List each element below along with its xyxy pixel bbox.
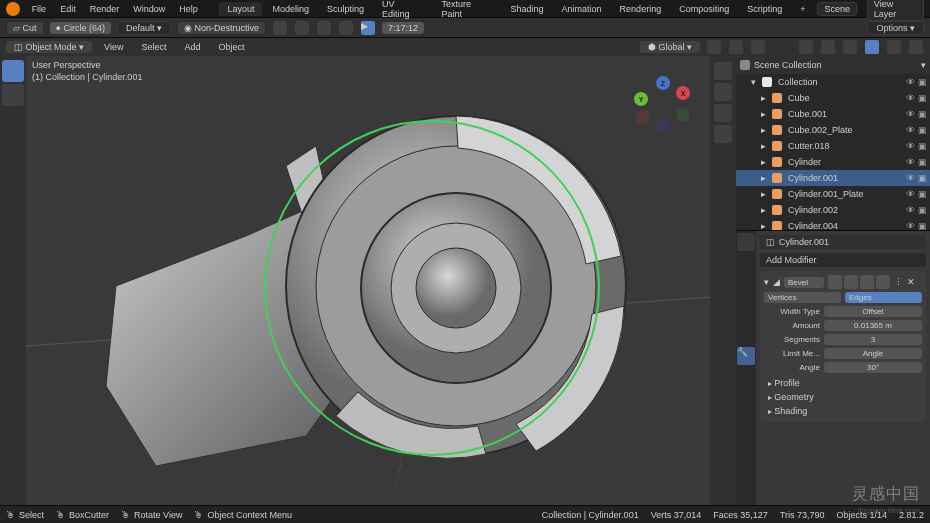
restrict-icon[interactable]: ▣ bbox=[918, 173, 928, 183]
eye-icon[interactable]: 👁 bbox=[906, 173, 916, 183]
eye-icon[interactable]: 👁 bbox=[906, 205, 916, 215]
bevel-amount[interactable]: 0.01365 m bbox=[824, 320, 922, 331]
eye-icon[interactable]: 👁 bbox=[906, 157, 916, 167]
tab-physics-icon[interactable] bbox=[737, 385, 755, 403]
scene-selector[interactable]: Scene bbox=[817, 2, 857, 16]
mod-delete-icon[interactable]: ✕ bbox=[907, 277, 915, 287]
tab-object-icon[interactable] bbox=[737, 328, 755, 346]
tool-circle[interactable]: ● Circle (64) bbox=[50, 22, 111, 34]
overlay-icon[interactable] bbox=[799, 40, 813, 54]
outliner-item[interactable]: ▸Cutter.018👁▣ bbox=[736, 138, 930, 154]
eye-icon[interactable]: 👁 bbox=[906, 141, 916, 151]
restrict-icon[interactable]: ▣ bbox=[918, 205, 928, 215]
mod-apply-icon[interactable] bbox=[828, 275, 842, 289]
menu-view[interactable]: View bbox=[98, 40, 129, 54]
tool-cursor-icon[interactable] bbox=[2, 84, 24, 106]
tool-cut[interactable]: ▱ Cut bbox=[6, 21, 44, 35]
tool-ico-5[interactable]: ▶ bbox=[361, 21, 375, 35]
mod-display-icon[interactable] bbox=[860, 275, 874, 289]
zoom-icon[interactable] bbox=[714, 62, 732, 80]
eye-icon[interactable]: 👁 bbox=[906, 189, 916, 199]
mod-name[interactable]: Bevel bbox=[784, 277, 824, 288]
workspace-layout[interactable]: Layout bbox=[219, 2, 262, 16]
outliner-item[interactable]: ▸Cylinder.001👁▣ bbox=[736, 170, 930, 186]
shading-solid-icon[interactable] bbox=[865, 40, 879, 54]
sub-shading[interactable]: ▸ Shading bbox=[764, 404, 922, 418]
workspace-anim[interactable]: Animation bbox=[554, 2, 610, 16]
snap-icon[interactable] bbox=[729, 40, 743, 54]
tab-output-icon[interactable] bbox=[737, 252, 755, 270]
bevel-vertices[interactable]: Vertices bbox=[764, 292, 841, 303]
eye-icon[interactable]: 👁 bbox=[906, 93, 916, 103]
menu-file[interactable]: File bbox=[26, 2, 53, 16]
restrict-icon[interactable]: ▣ bbox=[918, 157, 928, 167]
viewlayer-selector[interactable]: View Layer bbox=[867, 0, 924, 21]
disclosure-icon[interactable]: ▸ bbox=[761, 189, 769, 199]
tool-options[interactable]: Options ▾ bbox=[867, 21, 924, 35]
eye-icon[interactable]: 👁 bbox=[906, 125, 916, 135]
disclosure-icon[interactable]: ▸ bbox=[761, 141, 769, 151]
sub-geometry[interactable]: ▸ Geometry bbox=[764, 390, 922, 404]
workspace-script[interactable]: Scripting bbox=[739, 2, 790, 16]
mod-edit-icon[interactable] bbox=[844, 275, 858, 289]
disclosure-icon[interactable]: ▸ bbox=[761, 205, 769, 215]
workspace-add[interactable]: + bbox=[792, 2, 813, 16]
tab-world-icon[interactable] bbox=[737, 309, 755, 327]
persp-icon[interactable] bbox=[714, 125, 732, 143]
gizmo-neg-y[interactable] bbox=[676, 108, 690, 122]
tab-material-icon[interactable] bbox=[737, 442, 755, 460]
menu-render[interactable]: Render bbox=[84, 2, 126, 16]
workspace-shading[interactable]: Shading bbox=[503, 2, 552, 16]
restrict-icon[interactable]: ▣ bbox=[918, 125, 928, 135]
workspace-comp[interactable]: Compositing bbox=[671, 2, 737, 16]
restrict-icon[interactable]: ▣ bbox=[918, 77, 928, 87]
tool-ico-4[interactable] bbox=[339, 21, 353, 35]
restrict-icon[interactable]: ▣ bbox=[918, 109, 928, 119]
outliner-item[interactable]: ▸Cylinder.004👁▣ bbox=[736, 218, 930, 231]
workspace-sculpting[interactable]: Sculpting bbox=[319, 2, 372, 16]
tool-ico-3[interactable] bbox=[317, 21, 331, 35]
shading-wire-icon[interactable] bbox=[843, 40, 857, 54]
tool-ico-1[interactable] bbox=[273, 21, 287, 35]
pivot-icon[interactable] bbox=[707, 40, 721, 54]
tool-ico-2[interactable] bbox=[295, 21, 309, 35]
restrict-icon[interactable]: ▣ bbox=[918, 189, 928, 199]
gizmo-z[interactable]: Z bbox=[656, 76, 670, 90]
gizmo-x[interactable]: X bbox=[676, 86, 690, 100]
tab-particle-icon[interactable] bbox=[737, 366, 755, 384]
tab-mesh-icon[interactable] bbox=[737, 423, 755, 441]
tool-mode[interactable]: ◉ Non-Destructive bbox=[177, 21, 266, 35]
bevel-widthtype[interactable]: Offset bbox=[824, 306, 922, 317]
mod-render-icon[interactable] bbox=[876, 275, 890, 289]
tool-default[interactable]: Default ▾ bbox=[117, 21, 171, 35]
outliner-item[interactable]: ▸Cylinder👁▣ bbox=[736, 154, 930, 170]
eye-icon[interactable]: 👁 bbox=[906, 109, 916, 119]
disclosure-icon[interactable]: ▸ bbox=[761, 221, 769, 231]
workspace-render[interactable]: Rendering bbox=[612, 2, 670, 16]
shading-matprev-icon[interactable] bbox=[887, 40, 901, 54]
outliner-item[interactable]: ▸Cube👁▣ bbox=[736, 90, 930, 106]
mod-menu-icon[interactable]: ⋮ bbox=[894, 277, 903, 287]
menu-object[interactable]: Object bbox=[212, 40, 250, 54]
tab-viewlayer-icon[interactable] bbox=[737, 271, 755, 289]
add-modifier-dropdown[interactable]: Add Modifier bbox=[760, 253, 926, 267]
gizmo-y[interactable]: Y bbox=[634, 92, 648, 106]
outliner-filter-icon[interactable]: ▾ bbox=[921, 60, 926, 70]
menu-edit[interactable]: Edit bbox=[54, 2, 82, 16]
workspace-uv[interactable]: UV Editing bbox=[374, 0, 431, 21]
outliner-item[interactable]: ▾Collection👁▣ bbox=[736, 74, 930, 90]
menu-add[interactable]: Add bbox=[178, 40, 206, 54]
shading-rendered-icon[interactable] bbox=[909, 40, 923, 54]
tab-render-icon[interactable] bbox=[737, 233, 755, 251]
propedit-icon[interactable] bbox=[751, 40, 765, 54]
move-view-icon[interactable] bbox=[714, 83, 732, 101]
bevel-edges[interactable]: Edges bbox=[845, 292, 922, 303]
disclosure-icon[interactable]: ▸ bbox=[761, 173, 769, 183]
tab-scene-icon[interactable] bbox=[737, 290, 755, 308]
orientation[interactable]: ⬢ Global ▾ bbox=[640, 41, 700, 53]
workspace-modeling[interactable]: Modeling bbox=[264, 2, 317, 16]
menu-window[interactable]: Window bbox=[127, 2, 171, 16]
bevel-segments[interactable]: 3 bbox=[824, 334, 922, 345]
outliner-item[interactable]: ▸Cube.001👁▣ bbox=[736, 106, 930, 122]
disclosure-icon[interactable]: ▾ bbox=[751, 77, 759, 87]
